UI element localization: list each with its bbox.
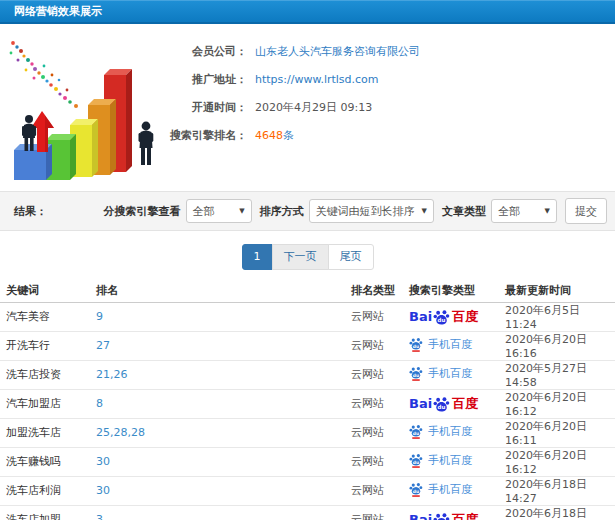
baidu-paw-icon: du [409, 366, 423, 381]
member-company-label: 会员公司： [155, 44, 247, 59]
rank-type-cell: 云网站 [347, 476, 405, 505]
engine-cell: Bai du 百度 du 手机百度 [405, 476, 501, 505]
submit-button[interactable]: 提交 [565, 198, 607, 224]
titlebar: 网络营销效果展示 [0, 0, 615, 24]
ranking-count-unit: 条 [283, 129, 294, 142]
mobile-baidu-label: 手机百度 [428, 482, 472, 497]
keyword-cell: 加盟洗车店 [0, 418, 92, 447]
updated-cell: 2020年6月20日 16:16 [501, 331, 615, 360]
mobile-baidu-logo[interactable]: du 手机百度 [409, 424, 472, 439]
baidu-logo[interactable]: Bai du 百度 [409, 395, 478, 413]
mobile-baidu-label: 手机百度 [428, 337, 472, 352]
rank-type-cell: 云网站 [347, 447, 405, 476]
engine-filter-label: 分搜索引擎查看 [104, 204, 181, 219]
baidu-logo[interactable]: Bai du 百度 [409, 308, 478, 326]
table-row: 洗车赚钱吗 30 云网站 Bai du 百度 du [0, 447, 615, 476]
table-header-row: 关键词 排名 排名类型 搜索引擎类型 最新更新时间 [0, 279, 615, 302]
header-keyword: 关键词 [0, 279, 92, 302]
engine-cell: Bai du 百度 du 手机百度 [405, 302, 501, 331]
table-row: 开洗车行 27 云网站 Bai du 百度 du [0, 331, 615, 360]
baidu-paw-icon: du [409, 453, 423, 468]
baidu-paw-icon: du [433, 396, 450, 412]
rank-type-cell: 云网站 [347, 389, 405, 418]
svg-text:du: du [413, 343, 419, 348]
sort-select[interactable]: 关键词由短到长排序 ▼ [309, 199, 434, 223]
mobile-baidu-label: 手机百度 [428, 366, 472, 381]
table-row: 加盟洗车店 25,28,28 云网站 Bai du 百度 du [0, 418, 615, 447]
mobile-baidu-logo[interactable]: du 手机百度 [409, 366, 472, 381]
pagination: 1 下一页 尾页 [0, 231, 615, 270]
baidu-paw-icon: du [433, 309, 450, 325]
table-row: 汽车加盟店 8 云网站 Bai du 百度 du [0, 389, 615, 418]
member-company-link[interactable]: 山东老人头汽车服务咨询有限公司 [255, 44, 420, 59]
rank-link[interactable]: 3 [96, 513, 103, 520]
svg-text:du: du [413, 430, 419, 435]
ranking-count-value[interactable]: 4648条 [255, 128, 294, 143]
rank-type-cell: 云网站 [347, 505, 405, 520]
mobile-baidu-label: 手机百度 [428, 453, 472, 468]
rank-link[interactable]: 25,28,28 [96, 426, 145, 439]
page-title: 网络营销效果展示 [14, 5, 102, 18]
chevron-down-icon: ▼ [239, 207, 244, 215]
keyword-cell: 开洗车行 [0, 331, 92, 360]
article-type-select[interactable]: 全部 ▼ [491, 199, 557, 223]
mobile-baidu-logo[interactable]: du 手机百度 [409, 453, 472, 468]
chevron-down-icon: ▼ [422, 207, 427, 215]
next-page-button[interactable]: 下一页 [272, 244, 329, 270]
promo-url-link[interactable]: https://www.lrtlsd.com [255, 73, 379, 86]
header-engine-type: 搜索引擎类型 [405, 279, 501, 302]
keyword-cell: 洗车赚钱吗 [0, 447, 92, 476]
rank-link[interactable]: 21,26 [96, 368, 128, 381]
baidu-paw-icon: du [409, 424, 423, 439]
engine-cell: Bai du 百度 du 手机百度 [405, 331, 501, 360]
updated-cell: 2020年6月20日 16:11 [501, 418, 615, 447]
chevron-down-icon: ▼ [545, 207, 550, 215]
keyword-cell: 洗车店投资 [0, 360, 92, 389]
mobile-baidu-logo[interactable]: du 手机百度 [409, 482, 472, 497]
filter-bar: 结果： 分搜索引擎查看 全部 ▼ 排序方式 关键词由短到长排序 ▼ 文章类型 全… [0, 191, 615, 231]
ranking-count-number: 4648 [255, 129, 283, 142]
rank-cell: 30 [92, 476, 347, 505]
table-row: 洗车店加盟 3 云网站 Bai du 百度 du [0, 505, 615, 520]
updated-cell: 2020年5月27日 14:58 [501, 360, 615, 389]
svg-text:du: du [413, 459, 419, 464]
ranking-count-row: 搜索引擎排名： 4648条 [155, 121, 420, 149]
last-page-button[interactable]: 尾页 [328, 244, 374, 270]
businessman-right [139, 122, 154, 165]
updated-cell: 2020年6月18日 14:30 [501, 505, 615, 520]
baidu-logo[interactable]: Bai du 百度 [409, 511, 478, 520]
updated-cell: 2020年6月20日 16:12 [501, 389, 615, 418]
table-row: 洗车店投资 21,26 云网站 Bai du 百度 du [0, 360, 615, 389]
rank-cell: 8 [92, 389, 347, 418]
results-table: 关键词 排名 排名类型 搜索引擎类型 最新更新时间 汽车美容 9 云网站 Bai… [0, 279, 615, 520]
engine-cell: Bai du 百度 du 手机百度 [405, 360, 501, 389]
svg-text:du: du [413, 488, 419, 493]
rank-link[interactable]: 8 [96, 397, 103, 410]
rank-link[interactable]: 30 [96, 484, 110, 497]
engine-filter-selected-value: 全部 [193, 204, 215, 219]
promo-url-row: 推广地址： https://www.lrtlsd.com [155, 65, 420, 93]
sort-label: 排序方式 [260, 204, 304, 219]
promo-url-label: 推广地址： [155, 72, 247, 87]
article-type-label: 文章类型 [442, 204, 486, 219]
keyword-cell: 洗车店加盟 [0, 505, 92, 520]
rank-link[interactable]: 9 [96, 310, 103, 323]
rank-type-cell: 云网站 [347, 331, 405, 360]
rank-link[interactable]: 30 [96, 455, 110, 468]
sort-selected-value: 关键词由短到长排序 [316, 204, 415, 219]
header-rank-type: 排名类型 [347, 279, 405, 302]
engine-cell: Bai du 百度 du 手机百度 [405, 389, 501, 418]
rank-type-cell: 云网站 [347, 302, 405, 331]
svg-text:du: du [438, 317, 446, 323]
rank-link[interactable]: 27 [96, 339, 110, 352]
page-button-1[interactable]: 1 [242, 244, 273, 270]
engine-filter-select[interactable]: 全部 ▼ [186, 199, 252, 223]
svg-text:du: du [438, 404, 446, 410]
updated-cell: 2020年6月5日 11:24 [501, 302, 615, 331]
rank-cell: 21,26 [92, 360, 347, 389]
rank-cell: 25,28,28 [92, 418, 347, 447]
ranking-count-label: 搜索引擎排名： [155, 128, 247, 143]
rank-cell: 3 [92, 505, 347, 520]
open-time-label: 开通时间： [155, 100, 247, 115]
mobile-baidu-logo[interactable]: du 手机百度 [409, 337, 472, 352]
